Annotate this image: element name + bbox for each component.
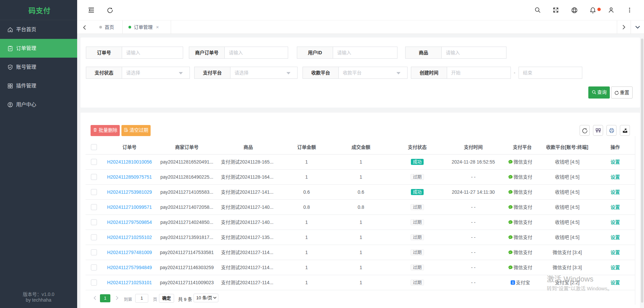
- svg-text:支: 支: [512, 281, 514, 284]
